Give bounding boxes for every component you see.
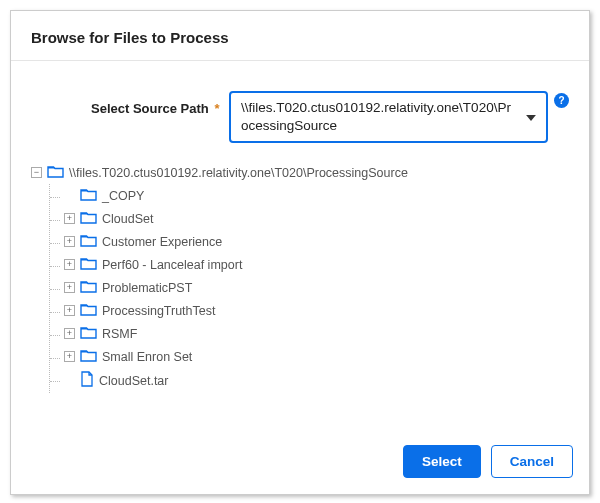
tree-node[interactable]: _COPY bbox=[50, 184, 569, 207]
expander-spacer bbox=[64, 190, 75, 201]
expand-icon[interactable]: + bbox=[64, 351, 75, 362]
dialog-header: Browse for Files to Process bbox=[11, 11, 589, 61]
tree-node[interactable]: +Customer Experience bbox=[50, 230, 569, 253]
tree-node-label: Perf60 - Lanceleaf import bbox=[102, 258, 242, 272]
tree-node-label: ProblematicPST bbox=[102, 281, 192, 295]
dialog-footer: Select Cancel bbox=[11, 431, 589, 494]
source-path-row: Select Source Path * \\files.T020.ctus01… bbox=[31, 91, 569, 143]
tree-node-label: ProcessingTruthTest bbox=[102, 304, 215, 318]
expand-icon[interactable]: + bbox=[64, 259, 75, 270]
folder-icon bbox=[80, 325, 97, 342]
tree-node[interactable]: +Perf60 - Lanceleaf import bbox=[50, 253, 569, 276]
expand-icon[interactable]: + bbox=[64, 213, 75, 224]
tree-node[interactable]: +CloudSet bbox=[50, 207, 569, 230]
required-asterisk: * bbox=[214, 101, 219, 116]
expand-icon[interactable]: + bbox=[64, 328, 75, 339]
tree-node[interactable]: +ProblematicPST bbox=[50, 276, 569, 299]
tree-node[interactable]: +RSMF bbox=[50, 322, 569, 345]
dialog-body: Select Source Path * \\files.T020.ctus01… bbox=[11, 61, 589, 431]
collapse-icon[interactable]: − bbox=[31, 167, 42, 178]
expander-spacer bbox=[64, 375, 75, 386]
folder-icon bbox=[47, 164, 64, 181]
tree-root-node[interactable]: − \\files.T020.ctus010192.relativity.one… bbox=[31, 161, 569, 184]
folder-icon bbox=[80, 256, 97, 273]
tree-node[interactable]: +Small Enron Set bbox=[50, 345, 569, 368]
tree-node-label: \\files.T020.ctus010192.relativity.one\T… bbox=[69, 166, 408, 180]
expand-icon[interactable]: + bbox=[64, 282, 75, 293]
browse-dialog: Browse for Files to Process Select Sourc… bbox=[10, 10, 590, 495]
source-path-select[interactable]: \\files.T020.ctus010192.relativity.one\T… bbox=[229, 91, 548, 143]
dialog-title: Browse for Files to Process bbox=[31, 29, 569, 46]
tree-node-label: Small Enron Set bbox=[102, 350, 192, 364]
source-path-value: \\files.T020.ctus010192.relativity.one\T… bbox=[241, 100, 511, 133]
tree-node-label: _COPY bbox=[102, 189, 144, 203]
folder-icon bbox=[80, 233, 97, 250]
select-button[interactable]: Select bbox=[403, 445, 481, 478]
cancel-button[interactable]: Cancel bbox=[491, 445, 573, 478]
folder-icon bbox=[80, 348, 97, 365]
tree-node-label: CloudSet.tar bbox=[99, 374, 168, 388]
tree-node-label: Customer Experience bbox=[102, 235, 222, 249]
source-path-select-wrap: \\files.T020.ctus010192.relativity.one\T… bbox=[229, 91, 569, 143]
folder-icon bbox=[80, 210, 97, 227]
folder-icon bbox=[80, 187, 97, 204]
chevron-down-icon bbox=[526, 108, 536, 126]
expand-icon[interactable]: + bbox=[64, 305, 75, 316]
folder-icon bbox=[80, 302, 97, 319]
help-icon[interactable]: ? bbox=[554, 93, 569, 108]
source-path-label: Select Source Path bbox=[91, 101, 209, 116]
expand-icon[interactable]: + bbox=[64, 236, 75, 247]
tree-node[interactable]: CloudSet.tar bbox=[50, 368, 569, 393]
file-icon bbox=[80, 371, 94, 390]
tree-node[interactable]: +ProcessingTruthTest bbox=[50, 299, 569, 322]
source-path-label-wrap: Select Source Path * bbox=[31, 91, 221, 116]
tree-node-label: CloudSet bbox=[102, 212, 153, 226]
tree-node-label: RSMF bbox=[102, 327, 137, 341]
folder-icon bbox=[80, 279, 97, 296]
folder-tree: − \\files.T020.ctus010192.relativity.one… bbox=[31, 161, 569, 393]
